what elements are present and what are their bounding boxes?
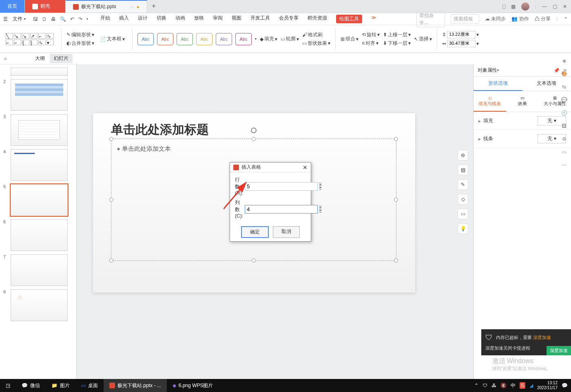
rows-spin-up[interactable]: ▴ — [320, 183, 321, 186]
menu-drawing-tools[interactable]: 绘图工具 — [336, 15, 362, 23]
bring-forward-button[interactable]: ⬆ 上移一层 ▾ — [383, 31, 411, 38]
slide-thumb-7[interactable]: 7 — [0, 253, 76, 288]
cols-input[interactable] — [245, 205, 318, 214]
dialog-cancel-button[interactable]: 取消 — [273, 226, 300, 238]
slide-editor[interactable]: 单击此处添加标题 单击此处添加文本 ▦ 🎞 插入表格 — [77, 64, 473, 390]
resize-handle-n[interactable] — [252, 137, 256, 141]
side-diamond-icon[interactable]: ◈ — [562, 58, 566, 64]
undo-icon[interactable]: ↶ — [70, 16, 74, 22]
menu-review[interactable]: 审阅 — [213, 15, 223, 23]
rows-input[interactable] — [245, 182, 318, 191]
notif-action-button[interactable]: 深度加速 — [547, 346, 571, 355]
tray-vol-icon[interactable]: 🔇 — [500, 383, 507, 388]
resize-handle-sw[interactable] — [109, 258, 113, 262]
new-tab-button[interactable]: + — [147, 0, 160, 13]
resize-handle-e[interactable] — [394, 198, 398, 202]
taskbar-wps[interactable]: 极光下载站.pptx - ... — [104, 379, 167, 392]
side-msg-icon[interactable]: 💬 — [561, 97, 567, 103]
rows-spin-down[interactable]: ▾ — [320, 186, 321, 189]
send-backward-button[interactable]: ⬇ 下移一层 ▾ — [383, 40, 411, 47]
resize-handle-w[interactable] — [109, 198, 113, 202]
resize-handle-s[interactable] — [252, 258, 256, 262]
resize-handle-ne[interactable] — [394, 137, 398, 141]
shape-effect-button[interactable]: ▭ 形状效果 ▾ — [302, 40, 330, 47]
tray-sogou-icon[interactable]: S — [520, 382, 525, 389]
taskbar-pictures[interactable]: 📁图片 — [46, 379, 75, 392]
style-preset-6[interactable]: Abc — [235, 33, 252, 45]
side-clock-icon[interactable]: 🕘 — [561, 110, 567, 116]
outline-tab[interactable]: 大纲 — [31, 54, 49, 63]
effects-tab[interactable]: ▭效果 — [506, 91, 539, 112]
menu-slideshow[interactable]: 放映 — [194, 15, 204, 23]
cols-spin-up[interactable]: ▴ — [320, 206, 321, 209]
menu-vip[interactable]: 会员专享 — [279, 15, 299, 23]
cols-spin-down[interactable]: ▾ — [320, 209, 321, 212]
merge-shape-button[interactable]: ◐ 合并形状 ▾ — [66, 40, 94, 47]
close-button[interactable]: ✕ — [563, 4, 567, 9]
style-preset-4[interactable]: Abc — [196, 33, 212, 45]
resize-handle-se[interactable] — [394, 258, 398, 262]
user-avatar[interactable] — [521, 2, 529, 11]
tray-net-icon[interactable]: 🖧 — [491, 383, 496, 388]
align-button[interactable]: ≡ 对齐 ▾ — [362, 40, 380, 47]
notif-center-icon[interactable]: 💬 — [562, 383, 568, 388]
shape-options-tab[interactable]: 形状选项 — [474, 77, 522, 91]
minimize-button[interactable]: — — [542, 4, 547, 9]
redo-icon[interactable]: ↷ — [78, 16, 82, 22]
slide-thumb-4[interactable]: 4 — [0, 148, 76, 183]
slide-thumb-6[interactable]: 6 — [0, 218, 76, 253]
expand-line-icon[interactable]: ▸ — [478, 136, 481, 142]
tray-shield-icon[interactable]: 🛡 — [482, 383, 487, 388]
search-template-input[interactable]: 搜索模板 — [451, 14, 479, 24]
system-notification[interactable]: 🛡 内存已超标，需要 深度加速 深度加速关闭卡慢进程 深度加速 — [481, 329, 571, 355]
side-gear-icon[interactable]: ⚙ — [562, 136, 567, 142]
slide-thumb-5[interactable]: 5 — [0, 183, 76, 218]
menu-devtools[interactable]: 开发工具 — [250, 15, 270, 23]
slides-tab[interactable]: 幻灯片 — [50, 54, 73, 63]
tray-up-icon[interactable]: ⌃ — [474, 383, 478, 388]
style-preset-2[interactable]: Abc — [157, 33, 173, 45]
menu-start[interactable]: 开始 — [100, 15, 110, 23]
style-preset-5[interactable]: Abc — [216, 33, 232, 45]
side-box-icon[interactable]: ▭ — [562, 149, 567, 155]
edit-shape-button[interactable]: ✎ 编辑形状 ▾ — [66, 31, 94, 38]
format-painter-button[interactable]: 🖌 格式刷 — [302, 31, 330, 38]
menu-animation[interactable]: 动画 — [175, 15, 185, 23]
taskbar-wpspic[interactable]: ◆6.png WPS图片 — [167, 379, 219, 392]
menu-docer-res[interactable]: 稻壳资源 — [308, 15, 327, 23]
dialog-ok-button[interactable]: 确定 — [241, 226, 269, 238]
grid-icon[interactable]: ▦ — [511, 4, 516, 9]
menu-view[interactable]: 视图 — [232, 15, 241, 23]
side-palette-icon[interactable]: 🎨 — [561, 71, 567, 77]
rotate-handle[interactable] — [251, 128, 257, 133]
dialog-close-button[interactable]: ✕ — [303, 164, 308, 171]
share-button[interactable]: 凸 分享 — [535, 15, 551, 22]
side-settings-icon[interactable]: ⇆ — [562, 84, 566, 90]
slide-thumb-1[interactable] — [0, 66, 76, 77]
fill-button[interactable]: ◆填充▾ — [260, 35, 277, 42]
start-button[interactable]: ◳ — [0, 379, 16, 392]
maximize-button[interactable]: ▢ — [553, 4, 557, 9]
expand-fill-icon[interactable]: ▸ — [478, 118, 481, 124]
style-preset-3[interactable]: Abc — [177, 33, 193, 45]
taskbar-wechat[interactable]: 💬微信 — [16, 379, 46, 392]
shape-gallery[interactable]: ╲↘↘↗⌐∿ ⌐⌐{}∿▾ — [6, 33, 54, 45]
tab-home[interactable]: 首页 — [0, 0, 25, 13]
ribbon-collapse-icon[interactable]: ⌃ — [564, 16, 568, 22]
select-pane-button[interactable]: ↖选择▾ — [414, 35, 432, 42]
file-menu[interactable]: 文件 ▾ — [10, 15, 28, 23]
textbox-button[interactable]: 📄 文本框 ▾ — [100, 35, 125, 42]
tool-shape[interactable]: ◇ — [458, 194, 468, 205]
resize-handle-nw[interactable] — [109, 137, 113, 141]
style-preset-1[interactable]: Abc — [137, 33, 154, 45]
collapse-panel-icon[interactable]: « — [4, 56, 7, 62]
shape-width-input[interactable] — [447, 40, 476, 47]
slide-thumb-3[interactable]: 3 — [0, 112, 76, 148]
slide-thumb-2[interactable]: 2 — [0, 77, 76, 112]
save2-icon[interactable]: 🗋 — [42, 16, 47, 22]
tool-layers[interactable]: ▤ — [458, 165, 468, 175]
menu-transition[interactable]: 切换 — [157, 15, 166, 23]
save-icon[interactable]: 🖫 — [33, 16, 38, 22]
tool-bulb[interactable]: 💡 — [458, 223, 468, 234]
outline-button[interactable]: ▭轮廓▾ — [281, 35, 299, 42]
